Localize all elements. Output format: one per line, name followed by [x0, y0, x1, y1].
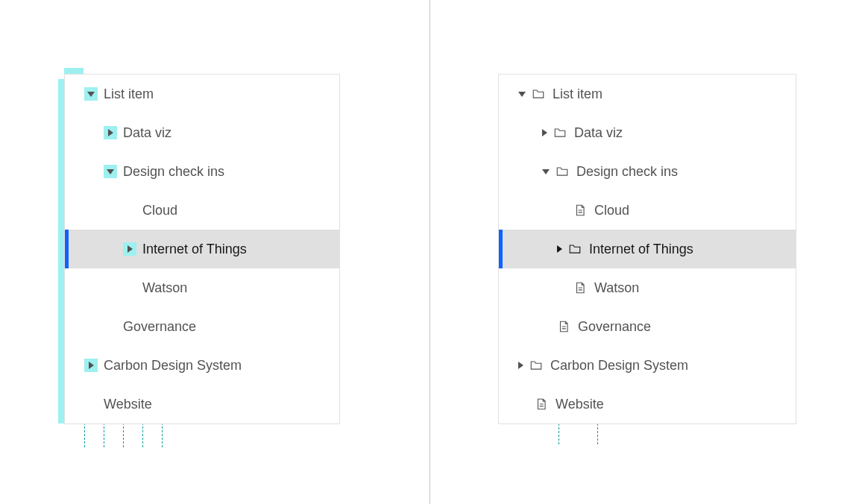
tree-item-label: Data viz [123, 125, 172, 141]
caret-down-icon [518, 92, 526, 97]
folder-icon [553, 126, 567, 139]
tree-item-label: Carbon Design System [550, 358, 688, 374]
tree-item-data-viz[interactable]: Data viz [499, 113, 796, 152]
caret-right-icon [518, 362, 523, 369]
caret-right-icon [84, 359, 98, 372]
tree-item-cloud[interactable]: Cloud [65, 191, 339, 230]
caret-down-icon [104, 165, 117, 178]
tree-item-design-check-ins[interactable]: Design check ins [499, 152, 796, 191]
tree-item-label: Carbon Design System [104, 358, 242, 374]
tree-item-carbon[interactable]: Carbon Design System [65, 346, 339, 385]
document-icon [557, 320, 570, 333]
tree-item-label: Cloud [142, 203, 177, 218]
tree-item-governance[interactable]: Governance [65, 307, 339, 346]
tree-item-label: Cloud [594, 203, 629, 218]
tree-item-governance[interactable]: Governance [499, 307, 796, 346]
caret-right-icon [104, 126, 117, 139]
tree-item-label: Watson [594, 280, 639, 296]
tree-item-label: Website [104, 397, 152, 412]
tree-item-carbon[interactable]: Carbon Design System [499, 346, 796, 385]
tree-item-watson[interactable]: Watson [499, 268, 796, 307]
tree-item-label: Website [556, 397, 604, 412]
tree-item-label: Design check ins [576, 164, 678, 180]
tree-item-iot[interactable]: Internet of Things [499, 230, 796, 268]
center-divider [430, 0, 430, 504]
tree-item-label: Internet of Things [589, 242, 693, 257]
tree-item-list-item[interactable]: List item [65, 75, 339, 113]
caret-right-icon [123, 242, 136, 256]
tree-item-watson[interactable]: Watson [65, 268, 339, 307]
tree-item-website[interactable]: Website [499, 385, 796, 423]
folder-icon [529, 359, 543, 372]
tree-item-label: List item [104, 86, 154, 102]
tree-item-design-check-ins[interactable]: Design check ins [65, 152, 339, 191]
document-icon [573, 204, 587, 217]
tree-view-with-icons: List item Data viz Design check ins Clou… [498, 74, 796, 424]
caret-down-icon [84, 87, 98, 101]
tree-item-list-item[interactable]: List item [499, 75, 796, 113]
tree-item-label: Governance [123, 319, 196, 335]
tree-view-basic: List item Data viz Design check ins Clou… [64, 74, 340, 424]
folder-icon [568, 242, 582, 256]
tree-item-label: Design check ins [123, 164, 224, 180]
document-icon [535, 397, 548, 411]
tree-item-data-viz[interactable]: Data viz [65, 113, 339, 152]
caret-right-icon [557, 245, 562, 253]
tree-item-label: Internet of Things [142, 242, 247, 257]
tree-item-website[interactable]: Website [65, 385, 339, 423]
tree-item-label: Data viz [574, 125, 623, 141]
tree-item-label: List item [553, 86, 602, 102]
caret-right-icon [542, 129, 547, 136]
caret-down-icon [542, 169, 550, 174]
tree-item-label: Watson [142, 280, 187, 296]
document-icon [573, 281, 587, 294]
tree-item-cloud[interactable]: Cloud [499, 191, 796, 230]
folder-icon [556, 165, 569, 178]
folder-icon [532, 87, 545, 101]
tree-item-iot[interactable]: Internet of Things [65, 230, 339, 268]
tree-item-label: Governance [578, 319, 651, 335]
